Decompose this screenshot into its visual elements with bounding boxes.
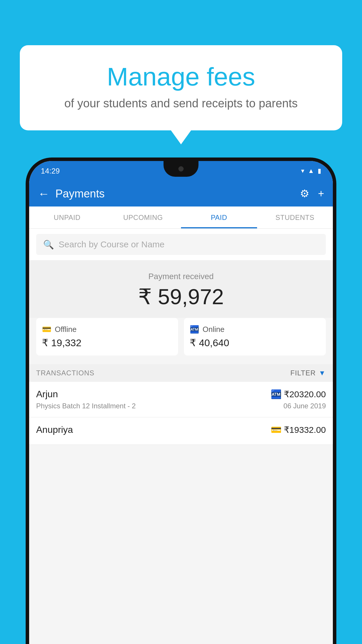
filter-button[interactable]: FILTER ▼: [290, 369, 326, 377]
online-payment-icon: 🏧: [271, 389, 282, 399]
online-card: 🏧 Online ₹ 40,640: [184, 318, 326, 356]
settings-icon[interactable]: ⚙: [300, 188, 309, 200]
add-icon[interactable]: +: [318, 188, 324, 200]
offline-card: 💳 Offline ₹ 19,332: [36, 318, 178, 356]
tab-students[interactable]: STUDENTS: [257, 206, 333, 228]
transaction-bottom-arjun: Physics Batch 12 Installment - 2 06 June…: [36, 402, 326, 410]
notch: [164, 161, 198, 177]
filter-label: FILTER: [290, 369, 316, 377]
camera-dot: [178, 166, 184, 172]
payment-cards: 💳 Offline ₹ 19,332 🏧 Online ₹ 40,640: [29, 318, 333, 364]
header-actions: ⚙ +: [300, 188, 324, 200]
tabs-bar: UNPAID UPCOMING PAID STUDENTS: [29, 206, 333, 229]
back-button[interactable]: ←: [38, 187, 50, 200]
search-icon: 🔍: [43, 239, 54, 250]
amount-value-anupriya: ₹19332.00: [284, 425, 326, 435]
phone-frame: 14:29 ▾ ▲ ▮ ← Payments ⚙ + UNPAID UPCOMI…: [26, 158, 336, 644]
wifi-icon: ▾: [301, 167, 304, 175]
search-bar[interactable]: 🔍 Search by Course or Name: [36, 234, 326, 255]
transactions-label: TRANSACTIONS: [36, 369, 94, 377]
transaction-top-arjun: Arjun 🏧 ₹20320.00: [36, 389, 326, 400]
status-icons: ▾ ▲ ▮: [301, 167, 321, 175]
table-row[interactable]: Anupriya 💳 ₹19332.00: [29, 417, 333, 445]
online-card-header: 🏧 Online: [190, 325, 320, 334]
transactions-header: TRANSACTIONS FILTER ▼: [29, 364, 333, 382]
amount-value-arjun: ₹20320.00: [284, 389, 326, 399]
battery-icon: ▮: [318, 167, 321, 175]
online-amount: ₹ 40,640: [190, 337, 320, 349]
bubble-subtitle: of your students and send receipts to pa…: [34, 97, 328, 110]
date-arjun: 06 June 2019: [284, 402, 326, 410]
payment-total-amount: ₹ 59,972: [29, 284, 333, 309]
student-name-arjun: Arjun: [36, 389, 58, 400]
search-placeholder: Search by Course or Name: [59, 239, 165, 249]
signal-icon: ▲: [308, 167, 314, 175]
transaction-amount-anupriya: 💳 ₹19332.00: [271, 425, 326, 435]
phone-inner: 14:29 ▾ ▲ ▮ ← Payments ⚙ + UNPAID UPCOMI…: [29, 161, 333, 644]
student-name-anupriya: Anupriya: [36, 424, 73, 435]
tab-paid[interactable]: PAID: [181, 206, 257, 228]
offline-card-header: 💳 Offline: [42, 325, 172, 334]
header-title: Payments: [55, 188, 300, 200]
speech-bubble: Manage fees of your students and send re…: [20, 45, 342, 130]
course-info-arjun: Physics Batch 12 Installment - 2: [36, 402, 136, 410]
status-bar: 14:29 ▾ ▲ ▮: [29, 161, 333, 181]
payment-received-label: Payment received: [29, 272, 333, 281]
online-icon: 🏧: [190, 325, 199, 334]
tab-upcoming[interactable]: UPCOMING: [105, 206, 181, 228]
offline-amount: ₹ 19,332: [42, 337, 172, 349]
payment-summary: Payment received ₹ 59,972: [29, 260, 333, 318]
online-label: Online: [203, 325, 224, 334]
status-time: 14:29: [41, 167, 60, 176]
offline-label: Offline: [55, 325, 77, 334]
offline-payment-icon: 💳: [271, 425, 282, 435]
table-row[interactable]: Arjun 🏧 ₹20320.00 Physics Batch 12 Insta…: [29, 382, 333, 417]
app-header: ← Payments ⚙ +: [29, 181, 333, 206]
search-container: 🔍 Search by Course or Name: [29, 229, 333, 260]
transaction-amount-arjun: 🏧 ₹20320.00: [271, 389, 326, 399]
tab-unpaid[interactable]: UNPAID: [29, 206, 105, 228]
bubble-title: Manage fees: [34, 63, 328, 91]
filter-icon: ▼: [319, 369, 326, 377]
transaction-top-anupriya: Anupriya 💳 ₹19332.00: [36, 424, 326, 435]
offline-icon: 💳: [42, 325, 51, 334]
